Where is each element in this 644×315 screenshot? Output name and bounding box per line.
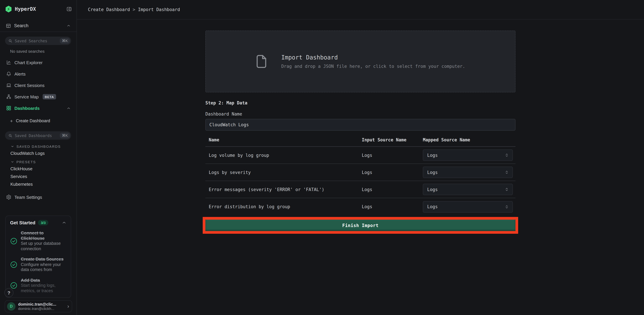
mapped-source-select[interactable]: Logs <box>423 184 513 195</box>
dashboard-item-cloudwatch-logs[interactable]: CloudWatch Logs <box>0 149 76 157</box>
selected-value: Logs <box>427 170 504 175</box>
no-saved-searches-text: No saved searches <box>10 49 76 54</box>
breadcrumb-create-dashboard[interactable]: Create Dashboard <box>88 7 130 12</box>
search-icon <box>8 134 12 138</box>
select-chevrons-icon <box>504 187 509 192</box>
chevron-up-icon[interactable] <box>66 106 71 110</box>
shortcut-badge: ⌘K <box>60 133 70 138</box>
saved-searches-field[interactable] <box>15 39 60 43</box>
user-account-card[interactable]: D dominic.tran@clic... dominic.tran@clic… <box>5 300 72 312</box>
preset-item-kubernetes[interactable]: Kubernetes <box>0 180 76 188</box>
step-2-heading: Step 2: Map Data <box>206 100 516 105</box>
user-meta: dominic.tran@clic... dominic.tran@clickh… <box>18 302 67 311</box>
chart-name-cell: Logs by severity <box>206 170 359 175</box>
action-highlight-box: Finish Import <box>203 217 518 234</box>
section-title: SAVED DASHBOARDS <box>16 144 61 148</box>
sidebar-item-client-sessions[interactable]: Client Sessions <box>0 80 76 91</box>
nav-label: Chart Explorer <box>14 60 42 65</box>
team-settings-label: Team Settings <box>14 195 42 200</box>
search-label: Search <box>14 23 66 28</box>
chevron-up-icon[interactable] <box>62 220 66 225</box>
mapping-table: Name Input Source Name Mapped Source Nam… <box>206 133 516 215</box>
check-circle-icon <box>10 261 18 268</box>
chevron-down-icon <box>11 160 14 163</box>
dropzone-title: Import Dashboard <box>281 54 465 61</box>
laptop-icon <box>6 83 12 88</box>
nav-label: Alerts <box>14 71 26 76</box>
chart-name-cell: Error messages (severity 'ERROR' or 'FAT… <box>206 187 359 192</box>
sidebar-item-service-map[interactable]: Service Map BETA <box>0 91 76 102</box>
mapped-source-select[interactable]: Logs <box>423 201 513 212</box>
preset-item-services[interactable]: Services <box>0 173 76 180</box>
step-title: Add Data <box>21 277 66 283</box>
section-saved-dashboards[interactable]: SAVED DASHBOARDS <box>11 144 76 148</box>
chevron-right-icon: › <box>67 303 69 309</box>
saved-dashboards-field[interactable] <box>15 133 60 138</box>
section-presets[interactable]: PRESETS <box>11 160 76 164</box>
avatar: D <box>7 302 16 310</box>
saved-dashboards-input[interactable]: ⌘K <box>5 131 71 140</box>
get-started-step-sources[interactable]: Create Data Sources Configure where your… <box>10 256 66 272</box>
dashboard-name-label: Dashboard Name <box>206 112 516 117</box>
chevron-up-icon[interactable] <box>66 24 71 28</box>
dashboard-name-input[interactable] <box>206 119 516 131</box>
selected-value: Logs <box>427 204 504 209</box>
progress-badge: 3/3 <box>38 220 48 225</box>
chart-explorer-icon <box>6 60 12 65</box>
sidebar: ⚡ HyperDX Search ⌘K No saved searches <box>0 0 77 315</box>
sidebar-nav: Chart Explorer Alerts Client Sessions Se… <box>0 57 76 114</box>
table-header-row: Name Input Source Name Mapped Source Nam… <box>206 133 516 147</box>
user-name: dominic.tran@clic... <box>18 302 67 306</box>
step-text: Create Data Sources Configure where your… <box>21 256 66 272</box>
saved-searches-input[interactable]: ⌘K <box>5 37 71 45</box>
column-header-mapped-source: Mapped Source Name <box>423 137 516 142</box>
sidebar-item-team-settings[interactable]: Team Settings <box>0 191 76 203</box>
check-circle-icon <box>10 237 18 245</box>
select-chevrons-icon <box>504 204 509 209</box>
step-title: Connect to ClickHouse <box>21 230 66 241</box>
input-source-cell: Logs <box>359 153 423 158</box>
selected-value: Logs <box>427 153 504 158</box>
get-started-header[interactable]: Get Started 3/3 <box>10 220 66 225</box>
section-title: PRESETS <box>16 160 36 164</box>
finish-import-button[interactable]: Finish Import <box>206 220 516 231</box>
mapped-source-select[interactable]: Logs <box>423 149 513 161</box>
service-map-icon <box>6 94 12 99</box>
column-header-input-source: Input Source Name <box>359 137 423 142</box>
logo-row: ⚡ HyperDX <box>0 0 76 15</box>
app: ⚡ HyperDX Search ⌘K No saved searches <box>0 0 644 315</box>
help-button[interactable]: ? <box>4 288 14 297</box>
import-dashboard-content: Import Dashboard Drag and drop a JSON fi… <box>206 31 516 234</box>
mapped-source-select[interactable]: Logs <box>423 167 513 178</box>
table-row: Log volume by log group Logs Logs <box>206 147 516 164</box>
chart-name-cell: Error distribution by log group <box>206 204 359 209</box>
beta-badge: BETA <box>43 94 56 99</box>
shortcut-badge: ⌘K <box>60 38 70 44</box>
select-chevrons-icon <box>504 153 509 158</box>
breadcrumb-import-dashboard: Import Dashboard <box>138 7 180 12</box>
app-title: HyperDX <box>15 6 66 12</box>
get-started-step-add-data[interactable]: Add Data Start sending logs, metrics, or… <box>10 277 66 293</box>
sidebar-item-chart-explorer[interactable]: Chart Explorer <box>0 57 76 68</box>
table-row: Error messages (severity 'ERROR' or 'FAT… <box>206 181 516 198</box>
nav-label: Dashboards <box>14 106 40 111</box>
step-text: Add Data Start sending logs, metrics, or… <box>21 277 66 293</box>
sidebar-item-search[interactable]: Search <box>0 20 76 32</box>
file-icon <box>256 54 267 69</box>
dashboards-grid-icon <box>6 105 12 111</box>
create-dashboard-button[interactable]: + Create Dashboard <box>0 115 76 127</box>
input-source-cell: Logs <box>359 170 423 175</box>
preset-item-clickhouse[interactable]: ClickHouse <box>0 165 76 173</box>
table-row: Logs by severity Logs Logs <box>206 164 516 181</box>
get-started-title: Get Started <box>10 220 36 225</box>
dropzone-text: Import Dashboard Drag and drop a JSON fi… <box>281 54 465 69</box>
search-grid-icon <box>6 23 11 28</box>
plus-icon: + <box>10 118 13 124</box>
sidebar-item-alerts[interactable]: Alerts <box>0 68 76 80</box>
sidebar-item-dashboards[interactable]: Dashboards <box>0 102 76 114</box>
input-source-cell: Logs <box>359 204 423 209</box>
collapse-sidebar-icon[interactable] <box>66 7 72 12</box>
json-dropzone[interactable]: Import Dashboard Drag and drop a JSON fi… <box>206 31 516 92</box>
get-started-step-connect[interactable]: Connect to ClickHouse Set up your databa… <box>10 230 66 251</box>
table-row: Error distribution by log group Logs Log… <box>206 198 516 215</box>
